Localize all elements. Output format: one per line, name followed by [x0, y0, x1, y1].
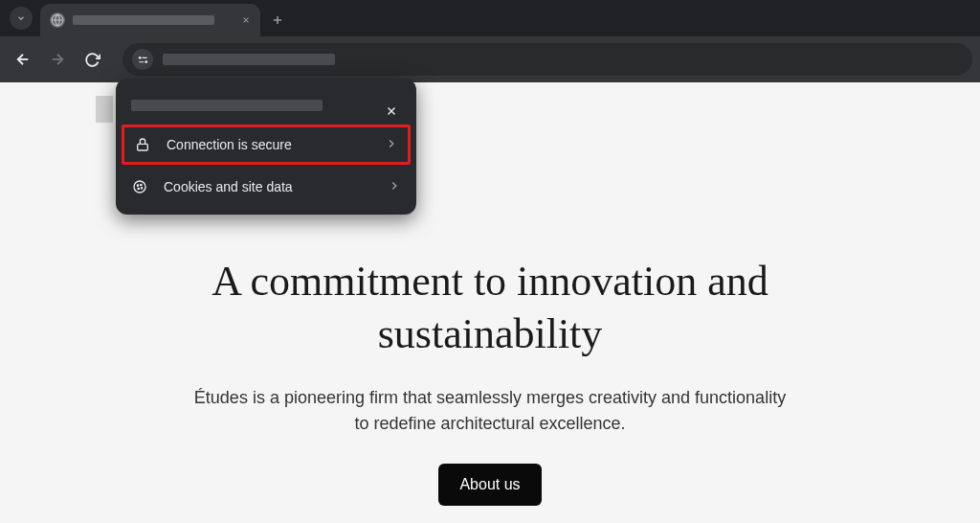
tab-title-obscured: [73, 15, 214, 25]
svg-point-8: [138, 56, 141, 58]
chevron-right-icon: [385, 137, 398, 153]
reload-button[interactable]: [77, 44, 107, 75]
cookies-label: Cookies and site data: [164, 179, 372, 194]
forward-button[interactable]: [42, 44, 73, 75]
connection-secure-row[interactable]: Connection is secure: [122, 125, 411, 165]
svg-rect-9: [142, 57, 146, 57]
close-icon: [241, 15, 251, 25]
svg-rect-11: [139, 61, 144, 62]
new-tab-button[interactable]: [264, 7, 291, 34]
svg-point-19: [141, 188, 142, 189]
svg-rect-14: [138, 144, 148, 150]
svg-point-10: [145, 60, 147, 63]
close-icon: [385, 104, 398, 118]
page-title: A commitment to innovation and sustainab…: [145, 255, 835, 360]
obscured-element: [96, 96, 113, 123]
popup-site-name-obscured: [131, 100, 323, 111]
cookie-icon: [131, 178, 148, 195]
globe-icon: [50, 12, 65, 28]
address-url-obscured: [163, 54, 335, 65]
plus-icon: [271, 13, 284, 27]
page-subtitle: Études is a pioneering firm that seamles…: [193, 385, 787, 437]
svg-point-17: [141, 184, 142, 185]
browser-toolbar: [0, 36, 980, 82]
svg-point-15: [134, 181, 145, 193]
browser-tab[interactable]: [40, 4, 260, 36]
chevron-down-icon: [16, 13, 26, 23]
tune-icon: [137, 54, 149, 66]
tab-bar: [0, 0, 980, 36]
chevron-right-icon: [388, 179, 401, 195]
lock-icon: [134, 136, 151, 153]
address-bar[interactable]: [122, 43, 972, 76]
svg-point-18: [138, 188, 139, 189]
reload-icon: [84, 52, 100, 68]
connection-secure-label: Connection is secure: [167, 137, 369, 152]
popup-header: [116, 86, 416, 123]
close-tab-button[interactable]: [241, 12, 251, 28]
cookies-row[interactable]: Cookies and site data: [116, 167, 416, 207]
about-us-button[interactable]: About us: [438, 464, 541, 506]
site-settings-button[interactable]: [132, 49, 153, 70]
site-info-popup: Connection is secure Cookies and site da…: [116, 79, 416, 215]
browser-chrome: [0, 0, 980, 82]
tabs-dropdown-button[interactable]: [10, 7, 33, 30]
popup-close-button[interactable]: [380, 100, 403, 123]
arrow-left-icon: [14, 51, 32, 68]
svg-point-16: [137, 185, 138, 186]
back-button[interactable]: [8, 44, 38, 75]
arrow-right-icon: [49, 51, 66, 68]
